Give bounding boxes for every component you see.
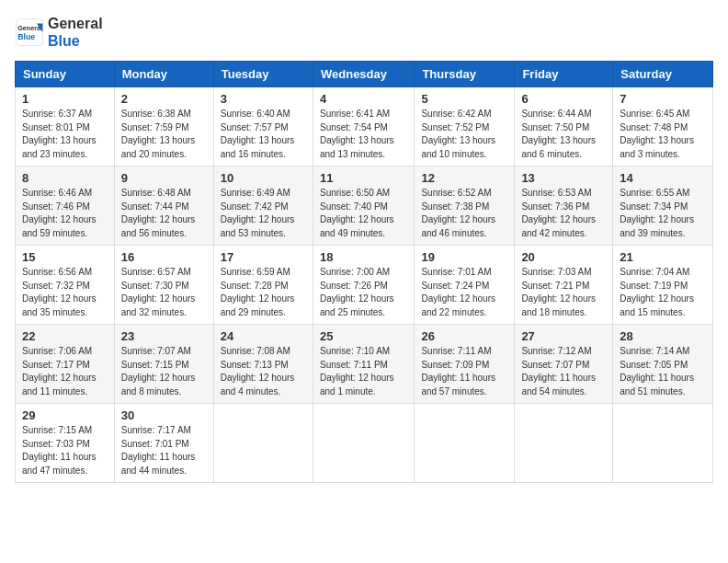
header-sunday: Sunday (16, 62, 115, 87)
calendar-cell: 20Sunrise: 7:03 AMSunset: 7:21 PMDayligh… (515, 246, 613, 325)
day-number: 10 (221, 171, 306, 185)
day-number: 11 (320, 171, 407, 185)
day-info: Sunrise: 7:17 AMSunset: 7:01 PMDaylight:… (121, 424, 207, 477)
day-number: 15 (22, 250, 108, 264)
day-info: Sunrise: 7:08 AMSunset: 7:13 PMDaylight:… (221, 345, 306, 398)
calendar-cell: 6Sunrise: 6:44 AMSunset: 7:50 PMDaylight… (515, 87, 613, 167)
day-number: 9 (121, 171, 207, 185)
calendar-cell (613, 404, 713, 483)
day-info: Sunrise: 6:41 AMSunset: 7:54 PMDaylight:… (320, 108, 407, 161)
svg-text:Blue: Blue (17, 32, 35, 41)
calendar-cell: 27Sunrise: 7:12 AMSunset: 7:07 PMDayligh… (515, 325, 613, 404)
day-info: Sunrise: 7:07 AMSunset: 7:15 PMDaylight:… (121, 345, 207, 398)
day-info: Sunrise: 6:52 AMSunset: 7:38 PMDaylight:… (421, 187, 507, 240)
page-header: General Blue General Blue (15, 15, 713, 50)
day-number: 17 (221, 250, 306, 264)
day-number: 23 (121, 329, 207, 343)
day-number: 7 (620, 92, 706, 106)
calendar-cell: 29Sunrise: 7:15 AMSunset: 7:03 PMDayligh… (16, 404, 115, 483)
day-info: Sunrise: 6:42 AMSunset: 7:52 PMDaylight:… (421, 108, 507, 161)
day-number: 21 (620, 250, 706, 264)
day-info: Sunrise: 6:44 AMSunset: 7:50 PMDaylight:… (521, 108, 606, 161)
day-info: Sunrise: 7:12 AMSunset: 7:07 PMDaylight:… (521, 345, 606, 398)
calendar-cell: 7Sunrise: 6:45 AMSunset: 7:48 PMDaylight… (613, 87, 713, 167)
calendar-cell: 4Sunrise: 6:41 AMSunset: 7:54 PMDaylight… (313, 87, 414, 167)
day-info: Sunrise: 6:38 AMSunset: 7:59 PMDaylight:… (121, 108, 207, 161)
calendar-cell: 13Sunrise: 6:53 AMSunset: 7:36 PMDayligh… (515, 167, 613, 246)
calendar-cell: 26Sunrise: 7:11 AMSunset: 7:09 PMDayligh… (415, 325, 515, 404)
day-info: Sunrise: 6:55 AMSunset: 7:34 PMDaylight:… (620, 187, 706, 240)
day-info: Sunrise: 6:53 AMSunset: 7:36 PMDaylight:… (521, 187, 606, 240)
day-number: 29 (22, 408, 108, 422)
logo-blue: Blue (48, 33, 80, 49)
calendar-cell: 25Sunrise: 7:10 AMSunset: 7:11 PMDayligh… (313, 325, 414, 404)
logo-icon: General Blue (15, 17, 44, 47)
calendar-cell (313, 404, 414, 483)
week-row-2: 8Sunrise: 6:46 AMSunset: 7:46 PMDaylight… (16, 167, 713, 246)
calendar-cell: 30Sunrise: 7:17 AMSunset: 7:01 PMDayligh… (114, 404, 213, 483)
day-number: 6 (521, 92, 606, 106)
week-row-5: 29Sunrise: 7:15 AMSunset: 7:03 PMDayligh… (16, 404, 713, 483)
header-monday: Monday (114, 62, 213, 87)
day-info: Sunrise: 6:59 AMSunset: 7:28 PMDaylight:… (221, 266, 306, 319)
day-number: 14 (620, 171, 706, 185)
day-number: 19 (421, 250, 507, 264)
day-info: Sunrise: 6:40 AMSunset: 7:57 PMDaylight:… (221, 108, 306, 161)
calendar-cell: 16Sunrise: 6:57 AMSunset: 7:30 PMDayligh… (114, 246, 213, 325)
logo-text-block: General Blue (48, 15, 103, 50)
day-number: 8 (22, 171, 108, 185)
header-wednesday: Wednesday (313, 62, 414, 87)
day-number: 2 (121, 92, 207, 106)
calendar-cell: 2Sunrise: 6:38 AMSunset: 7:59 PMDaylight… (114, 87, 213, 167)
calendar-cell: 3Sunrise: 6:40 AMSunset: 7:57 PMDaylight… (213, 87, 313, 167)
day-info: Sunrise: 6:45 AMSunset: 7:48 PMDaylight:… (620, 108, 706, 161)
day-number: 3 (221, 92, 306, 106)
day-info: Sunrise: 7:11 AMSunset: 7:09 PMDaylight:… (421, 345, 507, 398)
day-info: Sunrise: 6:50 AMSunset: 7:40 PMDaylight:… (320, 187, 407, 240)
calendar-cell: 8Sunrise: 6:46 AMSunset: 7:46 PMDaylight… (16, 167, 115, 246)
calendar-cell: 18Sunrise: 7:00 AMSunset: 7:26 PMDayligh… (313, 246, 414, 325)
calendar-cell (415, 404, 515, 483)
calendar-cell: 17Sunrise: 6:59 AMSunset: 7:28 PMDayligh… (213, 246, 313, 325)
calendar-cell: 11Sunrise: 6:50 AMSunset: 7:40 PMDayligh… (313, 167, 414, 246)
logo-general: General (48, 16, 103, 31)
calendar-cell: 21Sunrise: 7:04 AMSunset: 7:19 PMDayligh… (613, 246, 713, 325)
day-number: 16 (121, 250, 207, 264)
day-number: 28 (620, 329, 706, 343)
day-number: 1 (22, 92, 108, 106)
calendar-cell (213, 404, 313, 483)
day-info: Sunrise: 7:10 AMSunset: 7:11 PMDaylight:… (320, 345, 407, 398)
day-number: 26 (421, 329, 507, 343)
day-info: Sunrise: 7:15 AMSunset: 7:03 PMDaylight:… (22, 424, 108, 477)
day-info: Sunrise: 6:46 AMSunset: 7:46 PMDaylight:… (22, 187, 108, 240)
calendar-cell: 14Sunrise: 6:55 AMSunset: 7:34 PMDayligh… (613, 167, 713, 246)
day-number: 5 (421, 92, 507, 106)
day-info: Sunrise: 6:37 AMSunset: 8:01 PMDaylight:… (22, 108, 108, 161)
calendar-cell: 10Sunrise: 6:49 AMSunset: 7:42 PMDayligh… (213, 167, 313, 246)
day-info: Sunrise: 7:03 AMSunset: 7:21 PMDaylight:… (521, 266, 606, 319)
day-info: Sunrise: 6:49 AMSunset: 7:42 PMDaylight:… (221, 187, 306, 240)
day-number: 18 (320, 250, 407, 264)
day-info: Sunrise: 7:04 AMSunset: 7:19 PMDaylight:… (620, 266, 706, 319)
day-info: Sunrise: 7:01 AMSunset: 7:24 PMDaylight:… (421, 266, 507, 319)
header-saturday: Saturday (613, 62, 713, 87)
header-tuesday: Tuesday (213, 62, 313, 87)
day-number: 13 (521, 171, 606, 185)
day-number: 30 (121, 408, 207, 422)
day-info: Sunrise: 6:57 AMSunset: 7:30 PMDaylight:… (121, 266, 207, 319)
day-info: Sunrise: 6:56 AMSunset: 7:32 PMDaylight:… (22, 266, 108, 319)
calendar-cell: 23Sunrise: 7:07 AMSunset: 7:15 PMDayligh… (114, 325, 213, 404)
day-info: Sunrise: 7:00 AMSunset: 7:26 PMDaylight:… (320, 266, 407, 319)
header-friday: Friday (515, 62, 613, 87)
calendar-header-row: SundayMondayTuesdayWednesdayThursdayFrid… (16, 62, 713, 87)
week-row-4: 22Sunrise: 7:06 AMSunset: 7:17 PMDayligh… (16, 325, 713, 404)
day-number: 20 (521, 250, 606, 264)
calendar-cell: 1Sunrise: 6:37 AMSunset: 8:01 PMDaylight… (16, 87, 115, 167)
calendar-cell: 9Sunrise: 6:48 AMSunset: 7:44 PMDaylight… (114, 167, 213, 246)
calendar-cell: 12Sunrise: 6:52 AMSunset: 7:38 PMDayligh… (415, 167, 515, 246)
day-info: Sunrise: 6:48 AMSunset: 7:44 PMDaylight:… (121, 187, 207, 240)
calendar-cell: 22Sunrise: 7:06 AMSunset: 7:17 PMDayligh… (16, 325, 115, 404)
header-thursday: Thursday (415, 62, 515, 87)
day-number: 27 (521, 329, 606, 343)
day-number: 24 (221, 329, 306, 343)
